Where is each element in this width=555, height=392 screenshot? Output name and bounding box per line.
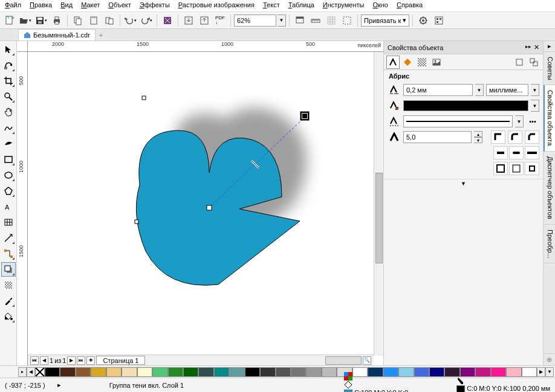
- fill-tab[interactable]: [401, 56, 414, 69]
- outline-color-picker[interactable]: [403, 100, 528, 111]
- bitmap-tab[interactable]: [430, 56, 443, 69]
- miter-input[interactable]: 5,0: [403, 131, 472, 143]
- menu-layout[interactable]: Макет: [81, 1, 100, 10]
- pdf-button[interactable]: PDF↓: [213, 14, 227, 27]
- freehand-tool[interactable]: [1, 121, 16, 135]
- outline-color-dropdown[interactable]: ▼: [531, 100, 539, 112]
- panel-expand[interactable]: ▼: [461, 181, 466, 187]
- miter-down[interactable]: ▾: [474, 137, 482, 143]
- menu-view[interactable]: Вид: [60, 1, 73, 10]
- palette-expand[interactable]: ▼: [545, 367, 554, 377]
- color-swatch[interactable]: [444, 367, 459, 377]
- color-swatch[interactable]: [414, 367, 429, 377]
- line-style-more[interactable]: •••: [526, 115, 539, 128]
- grid-button[interactable]: [324, 14, 339, 27]
- corner-miter[interactable]: [491, 130, 505, 144]
- print-button[interactable]: [50, 14, 64, 27]
- color-swatch[interactable]: [522, 367, 537, 377]
- color-swatch[interactable]: [60, 367, 75, 377]
- line-style-dropdown[interactable]: ▼: [515, 115, 524, 127]
- color-swatch[interactable]: [106, 367, 122, 377]
- rectangle-tool[interactable]: [1, 152, 16, 167]
- cap-flat[interactable]: [493, 146, 508, 159]
- lock-mode-1[interactable]: [513, 56, 526, 69]
- color-swatch[interactable]: [491, 367, 506, 377]
- menu-bitmaps[interactable]: Растровые изображения: [178, 1, 255, 10]
- dimension-tool[interactable]: [1, 231, 16, 245]
- corner-round[interactable]: [508, 130, 522, 144]
- menu-effects[interactable]: Эффекты: [140, 1, 170, 10]
- save-button[interactable]: ▾: [34, 14, 48, 27]
- artistic-media-tool[interactable]: [1, 137, 16, 151]
- last-page-button[interactable]: ⏭: [77, 356, 85, 365]
- fullscreen-button[interactable]: [293, 14, 307, 27]
- outline-width-dropdown[interactable]: ▼: [475, 84, 484, 96]
- color-swatch[interactable]: [137, 367, 152, 377]
- color-swatch[interactable]: [229, 367, 244, 377]
- outline-tab[interactable]: [386, 56, 400, 69]
- zoom-to-page-button[interactable]: 🔍: [363, 356, 371, 365]
- export-button[interactable]: [197, 14, 212, 27]
- color-swatch[interactable]: [429, 367, 444, 377]
- transparency-tool[interactable]: [1, 278, 16, 292]
- color-swatch[interactable]: [122, 367, 137, 377]
- ruler-origin[interactable]: [17, 41, 28, 52]
- transparency-tab[interactable]: [415, 56, 429, 69]
- eyedropper-tool[interactable]: [1, 294, 16, 308]
- options-button[interactable]: [416, 14, 430, 27]
- menu-window[interactable]: Окно: [372, 1, 388, 10]
- cap-square[interactable]: [525, 146, 539, 159]
- pan-tool[interactable]: [1, 105, 16, 120]
- add-page-button[interactable]: ✚: [86, 356, 95, 365]
- new-button[interactable]: +: [2, 14, 17, 27]
- launcher-button[interactable]: [432, 14, 446, 27]
- transform-tab[interactable]: Преобр...: [544, 225, 555, 264]
- shape-tool[interactable]: [1, 58, 16, 72]
- color-swatch[interactable]: [91, 367, 106, 377]
- object-manager-tab[interactable]: Диспетчер объектов: [544, 152, 555, 225]
- color-swatch[interactable]: [168, 367, 183, 377]
- object-properties-tab[interactable]: Свойства объекта: [544, 85, 555, 151]
- color-swatch[interactable]: [245, 367, 260, 377]
- zoom-dropdown[interactable]: ▼: [278, 14, 286, 27]
- rulers-button[interactable]: [308, 14, 323, 27]
- horizontal-ruler[interactable]: 2000 1500 1000 500 пикселей: [28, 41, 383, 52]
- lock-mode-2[interactable]: [527, 56, 540, 69]
- panel-close-button[interactable]: ✕: [534, 43, 539, 51]
- copy-button[interactable]: [71, 14, 85, 27]
- position-center[interactable]: [509, 162, 524, 175]
- menu-edit[interactable]: Правка: [30, 1, 52, 10]
- color-swatch[interactable]: [214, 367, 229, 377]
- drop-shadow-tool[interactable]: [1, 262, 16, 277]
- units-input[interactable]: миллиме...: [486, 84, 528, 96]
- zoom-input[interactable]: 62%: [234, 14, 276, 27]
- color-swatch[interactable]: [76, 367, 91, 377]
- docker-expand-icon[interactable]: ▸: [548, 42, 551, 50]
- menu-text[interactable]: Текст: [263, 1, 280, 10]
- palette-next[interactable]: ▶: [537, 367, 545, 377]
- hints-tab[interactable]: Советы: [544, 52, 555, 85]
- first-page-button[interactable]: ⏮: [30, 356, 39, 365]
- menu-table[interactable]: Таблица: [288, 1, 314, 10]
- color-swatch[interactable]: [183, 367, 198, 377]
- menu-help[interactable]: Справка: [397, 1, 423, 10]
- color-swatch[interactable]: [322, 367, 337, 377]
- fill-tool[interactable]: [1, 309, 16, 324]
- snap-dropdown[interactable]: Привязать к ▾: [361, 14, 409, 27]
- guides-button[interactable]: [340, 14, 354, 27]
- text-tool[interactable]: A: [1, 199, 16, 214]
- corner-bevel[interactable]: [525, 130, 539, 144]
- next-page-button[interactable]: ▶: [67, 356, 76, 365]
- ellipse-tool[interactable]: [1, 168, 16, 182]
- color-swatch[interactable]: [475, 367, 490, 377]
- pick-tool[interactable]: [1, 42, 16, 57]
- fill-indicator[interactable]: C:100 M:0 Y:0 K:0: [344, 372, 408, 392]
- prev-page-button[interactable]: ◀: [40, 356, 48, 365]
- color-swatch[interactable]: [45, 367, 60, 377]
- paste-button[interactable]: [86, 14, 101, 27]
- menu-tools[interactable]: Инструменты: [323, 1, 365, 10]
- color-swatch[interactable]: [506, 367, 521, 377]
- units-dropdown[interactable]: ▼: [531, 84, 539, 96]
- outline-indicator[interactable]: C:0 M:0 Y:0 K:100 0,200 мм: [456, 376, 550, 392]
- vertical-scrollbar[interactable]: [374, 52, 383, 356]
